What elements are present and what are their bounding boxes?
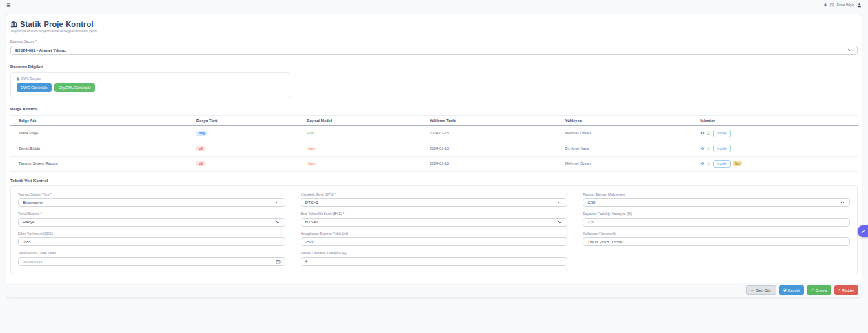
download-icon[interactable] (707, 131, 711, 135)
field-bina-yukseklik-sinifi: Bina Yükseklik Sınıfı (BYS) * BYS=1 (301, 212, 568, 227)
field-label: Kullanılan Yönetmelik (583, 232, 850, 236)
uploader-name: Mehmet Özkan (557, 156, 693, 171)
upload-date: 2024-01-15 (421, 141, 557, 156)
field-temel-sistemi: Temel Sistemi * Radye (18, 212, 285, 227)
pencil-icon (861, 230, 865, 234)
tasiyici-eleman-malzemesi-select[interactable]: C30 (583, 198, 850, 207)
user-icon[interactable] (857, 3, 862, 8)
technical-form-heading: Teknik Veri Kontrol (10, 179, 858, 183)
select-value: Betonarme (23, 201, 43, 205)
kullanilan-yonetmelik-input[interactable] (583, 237, 850, 246)
dwg-file-label: DWG Dosyası (21, 77, 41, 81)
citygml-view-button[interactable]: CityGML Görüntüle (54, 83, 95, 92)
field-yukseklik-sinifi: Yükseklik Sınıfı (DTS) * DTS=1 (301, 192, 568, 208)
reject-button[interactable]: × Reddet (834, 285, 858, 295)
etkin-yer-ivmesi-input[interactable] (18, 237, 285, 246)
eye-icon[interactable] (700, 146, 705, 150)
approve-button-label: Onayla (816, 288, 827, 292)
field-tasiyici-sistem-turu: Taşıyıcı Sistem Türü * Betonarme (18, 192, 285, 208)
upload-date: 2024-01-15 (421, 125, 557, 141)
date-placeholder: gg.aa.yyyy (23, 259, 43, 263)
field-tasiyici-eleman-malzemesi: Taşıyıcı Eleman Malzemesi C30 (583, 192, 850, 208)
dayanim-fazlaligi-input[interactable] (583, 218, 850, 227)
field-label: Taşıyıcı Sistem Türü * (18, 192, 285, 196)
select-value: BYS=1 (305, 220, 319, 224)
dwg-view-button[interactable]: DWG Görüntüle (17, 83, 52, 92)
application-select[interactable]: B2024-001 - Ahmet Yılmaz (10, 46, 858, 55)
temel-sistemi-select[interactable]: Radye (18, 218, 285, 227)
col-yukleme-tarihi: Yükleme Tarihi (421, 115, 557, 125)
approve-button[interactable]: ✓ Onayla (807, 285, 831, 295)
field-label: Zemin Etüdü Onay Tarihi (18, 251, 285, 255)
tasiyici-sistem-turu-select[interactable]: Betonarme (18, 198, 285, 207)
application-info-card: DWG Dosyası DWG Görüntüle CityGML Görünt… (10, 72, 290, 97)
field-sistem-davranis-katsayisi: Sistem Davranış Katsayısı (R) (301, 251, 568, 266)
user-name: Emre Bilgiç (837, 3, 854, 7)
hamburger-menu-icon[interactable] (6, 3, 11, 8)
field-hesaplanan-deprem-yuku: Hesaplanan Deprem Yükü (kN) (301, 232, 568, 247)
save-button[interactable]: Kaydet (779, 285, 804, 295)
table-row: Taşıyıcı Sistem Raporu pdf Hayır 2024-01… (10, 156, 858, 171)
document-table: Belge Adı Dosya Türü Sayısal Model Yükle… (10, 115, 858, 172)
uploader-name: Mehmet Özkan (557, 125, 693, 141)
zemin-etudu-onay-tarihi-input[interactable]: gg.aa.yyyy (18, 257, 285, 266)
notification-count: (0) (830, 3, 834, 7)
field-label: Hesaplanan Deprem Yükü (kN) (301, 232, 568, 236)
x-icon: × (838, 288, 840, 292)
select-value: Radye (23, 220, 34, 224)
grid-spacer (583, 251, 850, 266)
note-badge: Not (733, 161, 742, 166)
bina-yukseklik-sinifi-select[interactable]: BYS=1 (301, 218, 568, 227)
col-islemler: İşlemler (692, 115, 858, 125)
topbar: (0) Emre Bilgiç (0, 0, 868, 8)
application-select-value: B2024-001 - Ahmet Yılmaz (15, 48, 66, 52)
digital-model-value: Hayır (299, 156, 421, 171)
field-dayanim-fazlaligi: Dayanım Fazlalığı Katsayısı (D) (583, 212, 850, 227)
document-name: Taşıyıcı Sistem Raporu (10, 156, 188, 171)
field-kullanilan-yonetmelik: Kullanılan Yönetmelik (583, 232, 850, 247)
field-label: Temel Sistemi * (18, 212, 285, 216)
card-footer: ← Geri Dön Kaydet ✓ Onayla × Reddet (6, 283, 862, 297)
page-title: Statik Proje Kontrol (20, 20, 94, 28)
field-label: Bina Yükseklik Sınıfı (BYS) * (301, 212, 568, 216)
review-button[interactable]: İncele (713, 145, 730, 152)
eye-icon[interactable] (700, 161, 705, 165)
yukseklik-sinifi-select[interactable]: DTS=1 (301, 198, 568, 207)
application-info-heading: Başvuru Bilgileri (10, 65, 858, 69)
col-sayisal-model: Sayısal Model (299, 115, 421, 125)
document-control-heading: Belge Kontrol (10, 107, 858, 111)
back-button[interactable]: ← Geri Dön (746, 285, 776, 295)
chevron-down-icon (275, 219, 281, 225)
select-value: DTS=1 (305, 201, 319, 205)
main-card: Statik Proje Kontrol Başvuruya ait stati… (6, 14, 862, 298)
sistem-davranis-katsayisi-input[interactable] (301, 257, 568, 266)
review-button[interactable]: İncele (713, 130, 730, 137)
chevron-down-icon (275, 200, 281, 205)
calendar-icon (276, 259, 281, 264)
col-yukleyen: Yükleyen (557, 115, 693, 125)
page-subtitle: Başvuruya ait statik projenin teknik ve … (11, 30, 858, 33)
file-type-badge: dwg (196, 131, 207, 136)
file-type-badge: pdf (196, 161, 205, 166)
save-button-label: Kaydet (788, 288, 800, 292)
download-icon[interactable] (707, 146, 711, 150)
technical-form: Taşıyıcı Sistem Türü * Betonarme Yüksekl… (10, 185, 858, 274)
bell-icon[interactable] (823, 3, 827, 7)
eye-icon[interactable] (700, 131, 705, 135)
chevron-down-icon (557, 219, 563, 225)
document-name: Zemin Etüdü (10, 141, 188, 156)
hesaplanan-deprem-yuku-input[interactable] (301, 237, 568, 246)
chevron-down-icon (840, 200, 845, 205)
file-icon (17, 77, 20, 81)
application-select-label: Başvuru Seçimi * (10, 39, 858, 43)
download-icon[interactable] (707, 161, 711, 165)
review-button[interactable]: İncele (713, 160, 730, 168)
back-button-label: Geri Dön (756, 288, 771, 292)
field-label: Dayanım Fazlalığı Katsayısı (D) (583, 212, 850, 216)
save-icon (783, 288, 787, 292)
edit-fab-button[interactable] (858, 225, 868, 237)
digital-model-value: Hayır (299, 141, 421, 156)
bank-icon (10, 21, 17, 28)
document-name: Statik Proje (10, 125, 188, 141)
arrow-left-icon: ← (751, 288, 755, 292)
